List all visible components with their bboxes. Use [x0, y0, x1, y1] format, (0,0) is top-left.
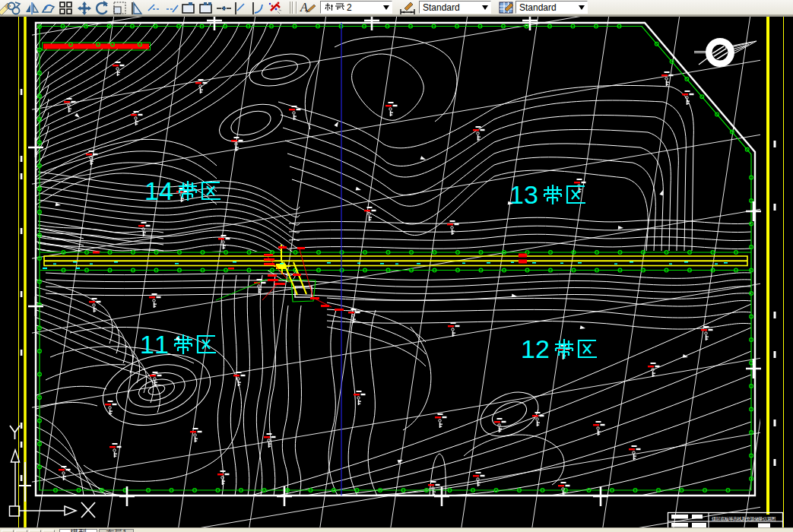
svg-text:14: 14 [144, 176, 173, 205]
svg-text:12: 12 [521, 334, 550, 363]
svg-text:2: 2 [347, 2, 352, 13]
svg-text:13: 13 [509, 180, 538, 209]
svg-text:煤层底板等高线及资源储量估算图: 煤层底板等高线及资源储量估算图 [712, 516, 776, 522]
svg-text:A: A [300, 1, 308, 14]
svg-text:11: 11 [140, 330, 169, 359]
